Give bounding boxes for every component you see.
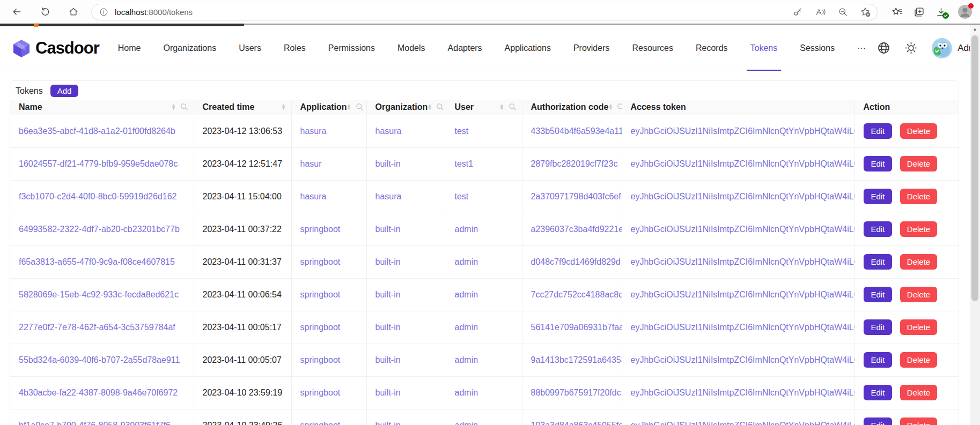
search-icon[interactable] (436, 103, 444, 111)
organization-link[interactable]: hasura (375, 192, 402, 201)
application-link[interactable]: springboot (300, 290, 341, 299)
authorization-code-link[interactable]: 433b504b4f6a593e4a11 (531, 126, 622, 136)
user-link[interactable]: admin (455, 388, 478, 397)
application-link[interactable]: hasur (300, 159, 322, 168)
organization-link[interactable]: built-in (375, 225, 401, 234)
favorites-icon[interactable] (891, 6, 903, 18)
token-name-link[interactable]: 5828069e-15eb-4c92-933c-fecda8ed621c (19, 290, 179, 299)
edit-button[interactable]: Edit (864, 352, 893, 368)
back-button[interactable] (8, 3, 26, 21)
organization-link[interactable]: built-in (375, 159, 401, 168)
scrollbar-thumb[interactable] (971, 35, 978, 301)
authorization-code-link[interactable]: 56141e709a06931b7faa (531, 323, 622, 332)
user-link[interactable]: admin (455, 323, 478, 332)
read-aloud-icon[interactable] (815, 7, 826, 17)
downloads-button[interactable] (935, 6, 947, 18)
authorization-code-link[interactable]: d048c7f9cd1469fd829d (531, 257, 621, 266)
application-link[interactable]: springboot (300, 388, 341, 397)
authorization-code-link[interactable]: 9a1413bc172591a64353 (531, 355, 622, 364)
authorization-code-link[interactable]: 2879fbc282019cf7f23c (531, 159, 618, 168)
language-globe-button[interactable] (877, 41, 890, 55)
delete-button[interactable]: Delete (900, 417, 937, 425)
edit-button[interactable]: Edit (864, 156, 893, 172)
authorization-code-link[interactable]: 103a3d84a863c45055fe (531, 421, 622, 425)
authorization-code-link[interactable]: 2a370971798d403fc6ef (531, 192, 621, 201)
organization-link[interactable]: built-in (375, 355, 401, 364)
edit-button[interactable]: Edit (864, 254, 893, 270)
sort-icon[interactable]: ▲▼ (347, 104, 351, 110)
scrollbar-up-arrow[interactable]: ▲ (970, 25, 980, 34)
address-bar[interactable]: localhost:8000/tokens (91, 4, 878, 20)
authorization-code-link[interactable]: a2396037c3ba4fd9221e (531, 225, 622, 234)
application-link[interactable]: springboot (300, 421, 341, 425)
application-link[interactable]: springboot (300, 355, 341, 364)
nav-item-users[interactable]: Users (227, 26, 272, 70)
collections-icon[interactable] (913, 6, 925, 18)
search-icon[interactable] (180, 103, 188, 111)
column-header-user[interactable]: User ▲▼ (446, 100, 522, 115)
edit-button[interactable]: Edit (864, 123, 893, 139)
organization-link[interactable]: hasura (375, 126, 402, 136)
user-link[interactable]: admin (455, 355, 478, 364)
search-icon[interactable] (617, 103, 622, 111)
nav-item-organizations[interactable]: Organizations (152, 26, 227, 70)
edit-button[interactable]: Edit (864, 221, 893, 237)
delete-button[interactable]: Delete (900, 221, 937, 237)
user-link[interactable]: test (455, 126, 469, 136)
column-header-application[interactable]: Application ▲▼ (291, 100, 366, 115)
nav-item-providers[interactable]: Providers (562, 26, 621, 70)
token-name-link[interactable]: bf1a0ce7-b700-4f76-8058-93003f61f7f6 (19, 421, 171, 425)
nav-item-tokens[interactable]: Tokens (739, 26, 789, 70)
browser-profile-button[interactable] (957, 4, 972, 19)
delete-button[interactable]: Delete (900, 319, 937, 335)
theme-toggle-button[interactable] (904, 41, 918, 55)
delete-button[interactable]: Delete (900, 385, 937, 400)
user-link[interactable]: admin (455, 421, 478, 425)
nav-item-resources[interactable]: Resources (621, 26, 684, 70)
user-link[interactable]: test1 (455, 159, 474, 168)
password-key-icon[interactable] (793, 7, 803, 17)
column-header-created-time[interactable]: Created time ▲▼ (194, 100, 291, 115)
edit-button[interactable]: Edit (864, 319, 893, 335)
edit-button[interactable]: Edit (864, 385, 893, 400)
nav-item-sessions[interactable]: Sessions (789, 26, 846, 70)
nav-item-more[interactable]: ··· (846, 26, 877, 70)
delete-button[interactable]: Delete (900, 254, 937, 270)
authorization-code-link[interactable]: 7cc27dc752cc4188ac8d (531, 290, 622, 299)
application-link[interactable]: springboot (300, 257, 341, 266)
column-header-organization[interactable]: Organization ▲▼ (366, 100, 446, 115)
sort-icon[interactable]: ▲▼ (282, 104, 286, 110)
application-link[interactable]: hasura (300, 126, 327, 136)
application-link[interactable]: springboot (300, 323, 341, 332)
organization-link[interactable]: built-in (375, 323, 401, 332)
zoom-out-icon[interactable] (838, 7, 848, 17)
user-link[interactable]: test (455, 192, 469, 201)
organization-link[interactable]: built-in (375, 290, 401, 299)
nav-item-models[interactable]: Models (386, 26, 437, 70)
search-icon[interactable] (356, 103, 364, 111)
edit-button[interactable]: Edit (864, 417, 893, 425)
application-link[interactable]: springboot (300, 225, 341, 234)
column-header-authorization-code[interactable]: Authorization code ▲▼ (522, 100, 622, 115)
application-link[interactable]: hasura (300, 192, 327, 201)
token-name-link[interactable]: 2277e0f2-7e78-462f-a654-3c53759784af (19, 323, 175, 332)
organization-link[interactable]: built-in (375, 388, 401, 397)
token-name-link[interactable]: f3cb1070-c2d4-40f0-8bc0-59919d26d162 (19, 192, 176, 201)
token-name-link[interactable]: 64993582-2322-4df7-ab20-cb23201bc77b (19, 225, 180, 234)
sort-icon[interactable]: ▲▼ (500, 104, 504, 110)
url-text[interactable]: localhost:8000/tokens (115, 8, 786, 17)
token-name-link[interactable]: 16024557-df21-4779-bfb9-959e5dae078c (19, 159, 178, 168)
organization-link[interactable]: built-in (375, 421, 401, 425)
sort-icon[interactable]: ▲▼ (428, 104, 432, 110)
edit-button[interactable]: Edit (864, 189, 893, 204)
organization-link[interactable]: built-in (375, 257, 401, 266)
home-button[interactable] (64, 3, 83, 21)
delete-button[interactable]: Delete (900, 352, 937, 368)
edit-button[interactable]: Edit (864, 287, 893, 302)
add-favorite-star-icon[interactable] (860, 6, 871, 17)
search-icon[interactable] (509, 103, 517, 111)
refresh-button[interactable] (36, 3, 54, 21)
nav-item-applications[interactable]: Applications (493, 26, 562, 70)
sort-icon[interactable]: ▲▼ (172, 104, 176, 110)
nav-item-roles[interactable]: Roles (272, 26, 317, 70)
